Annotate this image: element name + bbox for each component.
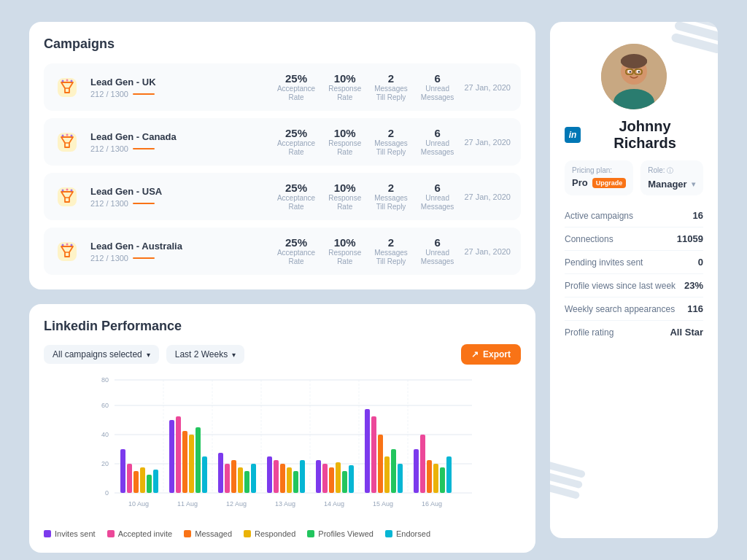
acceptance-rate-stat: 25% AcceptanceRate xyxy=(277,236,315,266)
performance-title: Linkedin Performance xyxy=(44,319,521,334)
campaign-stats: 25% AcceptanceRate 10% ResponseRate 2 Me… xyxy=(277,182,454,211)
messages-till-reply-label: MessagesTill Reply xyxy=(374,85,408,102)
legend-color xyxy=(44,530,51,537)
campaign-info: Lead Gen - UK 212 / 1300 xyxy=(90,77,267,98)
campaign-stats: 25% AcceptanceRate 10% ResponseRate 2 Me… xyxy=(277,72,454,102)
stats-value: All Star xyxy=(670,327,703,338)
pricing-plan-label: Pricing plan: xyxy=(572,166,626,174)
unread-messages-label: UnreadMessages xyxy=(421,85,454,102)
svg-rect-38 xyxy=(147,475,152,493)
pricing-plan-value: Pro Upgrade xyxy=(572,177,626,188)
campaign-name: Lead Gen - USA xyxy=(90,186,267,197)
svg-rect-93 xyxy=(621,58,647,64)
legend-item: Responded xyxy=(244,529,295,538)
legend-label: Profiles Viewed xyxy=(318,529,374,538)
svg-rect-72 xyxy=(427,460,432,493)
legend-item: Invites sent xyxy=(44,529,96,538)
svg-rect-70 xyxy=(414,449,419,493)
progress-bar xyxy=(133,93,155,95)
pricing-plan-box: Pricing plan: Pro Upgrade xyxy=(565,160,633,195)
svg-rect-61 xyxy=(336,462,341,493)
messages-till-reply-label: MessagesTill Reply xyxy=(374,139,408,157)
stats-value: 0 xyxy=(698,257,703,268)
campaign-card[interactable]: Lead Gen - USA 212 / 1300 25% Acceptance… xyxy=(44,173,521,220)
profile-panel: in Johnny Richards Pricing plan: Pro Upg… xyxy=(550,22,718,538)
campaign-card[interactable]: Lead Gen - Australia 212 / 1300 25% Acce… xyxy=(44,228,521,275)
campaign-stats: 25% AcceptanceRate 10% ResponseRate 2 Me… xyxy=(277,127,454,157)
stats-label: Profile rating xyxy=(565,327,614,338)
svg-point-21 xyxy=(62,244,64,246)
svg-rect-64 xyxy=(365,409,370,493)
svg-point-9 xyxy=(62,134,64,136)
unread-messages-stat: 6 UnreadMessages xyxy=(421,182,454,211)
campaign-progress: 212 / 1300 xyxy=(90,144,267,153)
svg-rect-35 xyxy=(127,464,132,493)
role-box: Role: ⓘ Manager ▾ xyxy=(640,160,703,195)
chevron-down-icon-2: ▾ xyxy=(232,351,236,359)
chevron-down-icon-role[interactable]: ▾ xyxy=(692,180,695,188)
response-rate-label: ResponseRate xyxy=(328,249,361,266)
stats-row: Profile rating All Star xyxy=(565,321,703,343)
svg-rect-48 xyxy=(231,460,236,493)
unread-messages-value: 6 xyxy=(421,127,454,139)
export-button[interactable]: ↗ Export xyxy=(461,344,521,365)
campaign-stats: 25% AcceptanceRate 10% ResponseRate 2 Me… xyxy=(277,236,454,266)
legend-label: Messaged xyxy=(195,529,232,538)
progress-bar xyxy=(133,203,155,204)
unread-messages-value: 6 xyxy=(421,72,454,85)
profile-name-row: in Johnny Richards xyxy=(565,118,703,152)
response-rate-label: ResponseRate xyxy=(328,139,361,157)
acceptance-rate-label: AcceptanceRate xyxy=(277,194,315,211)
period-filter-button[interactable]: Last 2 Weeks ▾ xyxy=(166,345,244,364)
svg-rect-56 xyxy=(293,471,298,493)
svg-point-16 xyxy=(66,188,69,190)
linkedin-icon: in xyxy=(565,127,581,143)
svg-point-23 xyxy=(71,244,73,246)
svg-rect-50 xyxy=(244,471,249,493)
campaign-card[interactable]: Lead Gen - UK 212 / 1300 25% AcceptanceR… xyxy=(44,63,521,111)
campaign-progress: 212 / 1300 xyxy=(90,199,267,208)
campaign-card[interactable]: Lead Gen - Canada 212 / 1300 25% Accepta… xyxy=(44,118,521,166)
stats-value: 16 xyxy=(693,210,703,221)
svg-rect-63 xyxy=(349,465,354,493)
campaign-numbers: 212 / 1300 xyxy=(90,144,128,153)
campaigns-filter-button[interactable]: All campaigns selected ▾ xyxy=(44,345,159,364)
svg-text:14 Aug: 14 Aug xyxy=(324,500,344,508)
svg-rect-69 xyxy=(398,464,403,493)
stats-label: Profile views since last week xyxy=(565,281,676,291)
svg-rect-34 xyxy=(120,449,125,493)
campaign-date: 27 Jan, 2020 xyxy=(464,192,511,201)
left-panel: Campaigns Lead Gen - UK 212 / 13 xyxy=(29,22,535,538)
upgrade-badge[interactable]: Upgrade xyxy=(592,178,627,188)
svg-rect-39 xyxy=(153,470,158,493)
role-value: Manager ▾ xyxy=(648,179,696,190)
response-rate-stat: 10% ResponseRate xyxy=(328,127,361,157)
messages-till-reply-label: MessagesTill Reply xyxy=(374,249,408,266)
campaign-numbers: 212 / 1300 xyxy=(90,90,128,98)
acceptance-rate-stat: 25% AcceptanceRate xyxy=(277,182,315,211)
svg-rect-37 xyxy=(140,467,145,493)
profile-stats: Active campaigns 16 Connections 11059 Pe… xyxy=(565,204,703,343)
stats-row: Active campaigns 16 xyxy=(565,204,703,228)
stats-value: 116 xyxy=(687,303,703,314)
svg-text:80: 80 xyxy=(101,376,109,384)
acceptance-rate-stat: 25% AcceptanceRate xyxy=(277,127,315,157)
campaign-numbers: 212 / 1300 xyxy=(90,199,128,208)
acceptance-rate-label: AcceptanceRate xyxy=(277,85,315,102)
legend-item: Messaged xyxy=(184,529,232,538)
svg-rect-74 xyxy=(440,467,445,493)
legend-label: Invites sent xyxy=(55,529,96,538)
svg-rect-58 xyxy=(316,460,321,493)
stats-row: Profile views since last week 23% xyxy=(565,274,703,298)
stats-row: Pending invites sent 0 xyxy=(565,251,703,274)
campaign-icon xyxy=(54,238,80,265)
svg-point-96 xyxy=(630,71,631,72)
response-rate-stat: 10% ResponseRate xyxy=(328,182,361,211)
bar-chart: 0 20 40 60 80 xyxy=(44,376,521,522)
response-rate-value: 10% xyxy=(328,236,361,249)
legend-item: Profiles Viewed xyxy=(307,529,374,538)
campaigns-list: Lead Gen - UK 212 / 1300 25% AcceptanceR… xyxy=(44,63,521,275)
svg-rect-59 xyxy=(322,464,328,493)
response-rate-stat: 10% ResponseRate xyxy=(328,236,361,266)
profile-name: Johnny Richards xyxy=(587,118,703,152)
